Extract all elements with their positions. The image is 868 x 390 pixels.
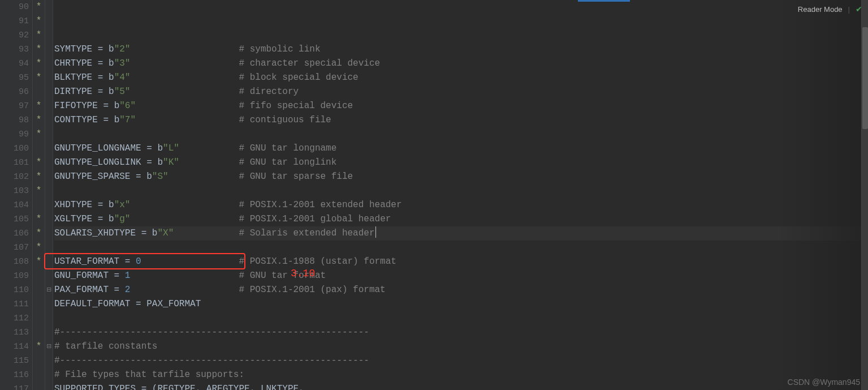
change-mark bbox=[33, 269, 45, 283]
code-line[interactable]: USTAR_FORMAT = 0 # POSIX.1-1988 (ustar) … bbox=[54, 255, 868, 269]
change-mark bbox=[33, 354, 45, 368]
line-number[interactable]: 90 bbox=[0, 0, 29, 14]
code-line[interactable] bbox=[54, 184, 868, 198]
change-mark bbox=[33, 311, 45, 325]
token-op: = bbox=[109, 271, 125, 281]
change-mark: * bbox=[33, 212, 45, 226]
line-number[interactable]: 108 bbox=[0, 255, 29, 269]
fold-toggle-icon[interactable]: ⊟ bbox=[46, 285, 51, 294]
line-number[interactable]: 115 bbox=[0, 354, 29, 368]
code-line[interactable]: GNUTYPE_LONGLINK = b"K" # GNU tar longli… bbox=[54, 156, 868, 170]
code-line[interactable]: SUPPORTED_TYPES = (REGTYPE, AREGTYPE, LN… bbox=[54, 382, 868, 390]
code-line[interactable]: PAX_FORMAT = 2 # POSIX.1-2001 (pax) form… bbox=[54, 283, 868, 297]
code-line[interactable]: XHDTYPE = b"x" # POSIX.1-2001 extended h… bbox=[54, 198, 868, 212]
scrollbar-thumb[interactable] bbox=[862, 27, 868, 129]
watermark: CSDN @Wyman945 bbox=[788, 378, 860, 387]
line-number[interactable]: 110 bbox=[0, 283, 29, 297]
line-number[interactable]: 99 bbox=[0, 127, 29, 142]
token-op: = bbox=[136, 228, 152, 238]
check-icon[interactable]: ✔ bbox=[856, 5, 862, 14]
token-op: = bbox=[92, 214, 109, 224]
code-line[interactable]: GNUTYPE_SPARSE = b"S" # GNU tar sparse f… bbox=[54, 170, 868, 184]
line-number-gutter[interactable]: 9091929394959697989910010110210310410510… bbox=[0, 0, 33, 390]
token-ident: PAX_FORMAT bbox=[146, 299, 201, 309]
annotation-text: 3.10 bbox=[291, 268, 315, 279]
code-line[interactable]: GNUTYPE_LONGNAME = b"L" # GNU tar longna… bbox=[54, 142, 868, 156]
line-number[interactable]: 97 bbox=[0, 99, 29, 113]
reader-mode-label[interactable]: Reader Mode bbox=[798, 5, 843, 14]
line-number[interactable]: 117 bbox=[0, 382, 29, 390]
change-mark: * bbox=[33, 71, 45, 85]
line-number[interactable]: 113 bbox=[0, 325, 29, 340]
line-number[interactable]: 107 bbox=[0, 241, 29, 255]
token-op bbox=[136, 101, 239, 111]
token-op: = bbox=[92, 58, 109, 68]
token-ident: DIRTYPE bbox=[54, 87, 92, 97]
line-number[interactable]: 104 bbox=[0, 198, 29, 212]
code-line[interactable]: BLKTYPE = b"4" # block special device bbox=[54, 71, 868, 85]
code-line[interactable]: SOLARIS_XHDTYPE = b"X" # Solaris extende… bbox=[54, 226, 868, 241]
line-number[interactable]: 103 bbox=[0, 184, 29, 198]
token-str: "L" bbox=[163, 143, 179, 153]
line-number[interactable]: 106 bbox=[0, 226, 29, 241]
change-mark bbox=[33, 368, 45, 382]
code-line[interactable]: DEFAULT_FORMAT = PAX_FORMAT bbox=[54, 297, 868, 311]
code-line[interactable]: CONTTYPE = b"7" # contiguous file bbox=[54, 113, 868, 127]
change-mark: * bbox=[33, 255, 45, 269]
token-comment: # POSIX.1-1988 (ustar) format bbox=[239, 256, 396, 267]
line-number[interactable]: 92 bbox=[0, 28, 29, 42]
fold-toggle-icon[interactable]: ⊟ bbox=[46, 342, 51, 351]
change-mark: * bbox=[33, 42, 45, 57]
code-line[interactable] bbox=[54, 311, 868, 325]
line-number[interactable]: 116 bbox=[0, 368, 29, 382]
token-op: = bbox=[130, 172, 146, 182]
token-ident: CHRTYPE bbox=[54, 58, 92, 68]
line-number[interactable]: 111 bbox=[0, 297, 29, 311]
code-line[interactable]: SYMTYPE = b"2" # symbolic link bbox=[54, 42, 868, 57]
code-line[interactable]: CHRTYPE = b"3" # character special devic… bbox=[54, 57, 868, 71]
code-line[interactable] bbox=[54, 241, 868, 255]
code-area[interactable]: SYMTYPE = b"2" # symbolic linkCHRTYPE = … bbox=[53, 0, 868, 390]
change-mark: * bbox=[33, 28, 45, 42]
token-ident: AREGTYPE bbox=[206, 384, 250, 390]
line-number[interactable]: 91 bbox=[0, 14, 29, 28]
token-comment: # POSIX.1-2001 (pax) format bbox=[239, 285, 385, 295]
code-line[interactable]: XGLTYPE = b"g" # POSIX.1-2001 global hea… bbox=[54, 212, 868, 226]
line-number[interactable]: 101 bbox=[0, 156, 29, 170]
code-line[interactable]: FIFOTYPE = b"6" # fifo special device bbox=[54, 99, 868, 113]
line-number[interactable]: 105 bbox=[0, 212, 29, 226]
token-op bbox=[174, 228, 239, 238]
code-line[interactable]: GNU_FORMAT = 1 # GNU tar format bbox=[54, 269, 868, 283]
token-str-prefix: b bbox=[109, 72, 114, 83]
fold-gutter[interactable]: ⊟⊟ bbox=[45, 0, 53, 390]
code-line[interactable]: #---------------------------------------… bbox=[54, 325, 868, 340]
token-str: "5" bbox=[114, 87, 131, 97]
code-line[interactable]: # File types that tarfile supports: bbox=[54, 368, 868, 382]
change-mark: * bbox=[33, 113, 45, 127]
token-str: "4" bbox=[114, 72, 131, 83]
line-number[interactable]: 94 bbox=[0, 57, 29, 71]
change-mark: * bbox=[33, 0, 45, 14]
token-op: , bbox=[250, 384, 261, 390]
token-op bbox=[141, 256, 239, 267]
line-number[interactable]: 114 bbox=[0, 340, 29, 354]
line-number[interactable]: 93 bbox=[0, 42, 29, 57]
code-line[interactable] bbox=[54, 127, 868, 142]
line-number[interactable]: 109 bbox=[0, 269, 29, 283]
line-number[interactable]: 102 bbox=[0, 170, 29, 184]
line-number[interactable]: 96 bbox=[0, 85, 29, 99]
change-mark: * bbox=[33, 99, 45, 113]
token-ident: GNUTYPE_LONGNAME bbox=[54, 143, 141, 153]
code-line[interactable]: # tarfile constants bbox=[54, 340, 868, 354]
scrollbar-track[interactable] bbox=[861, 0, 868, 390]
code-line[interactable]: DIRTYPE = b"5" # directory bbox=[54, 85, 868, 99]
token-comment: # GNU tar longname bbox=[239, 143, 336, 153]
token-num: 1 bbox=[125, 271, 131, 281]
code-line[interactable]: #---------------------------------------… bbox=[54, 354, 868, 368]
token-num: 2 bbox=[125, 285, 131, 295]
line-number[interactable]: 112 bbox=[0, 311, 29, 325]
token-op: = bbox=[92, 44, 109, 54]
line-number[interactable]: 98 bbox=[0, 113, 29, 127]
line-number[interactable]: 95 bbox=[0, 71, 29, 85]
line-number[interactable]: 100 bbox=[0, 142, 29, 156]
